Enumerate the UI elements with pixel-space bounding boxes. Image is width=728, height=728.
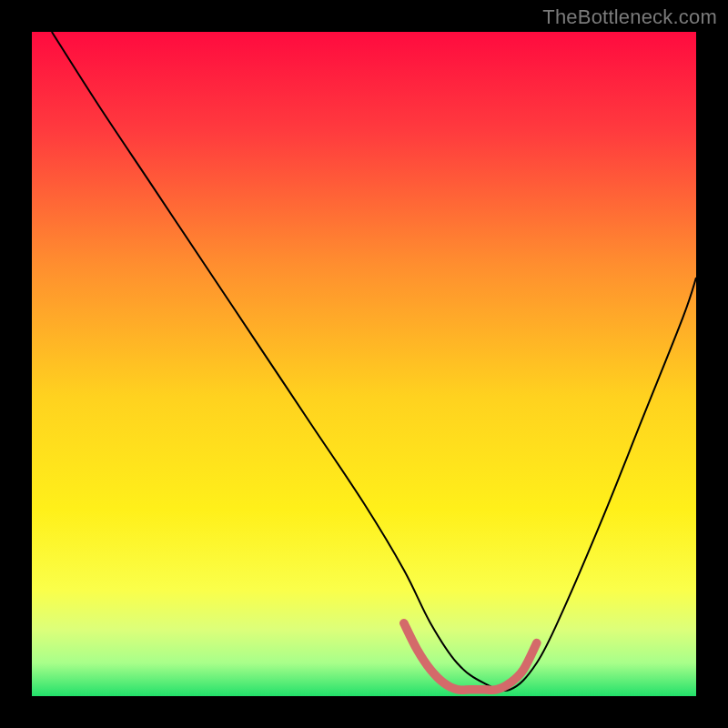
watermark-text: TheBottleneck.com (542, 5, 717, 29)
plot-area (32, 32, 696, 696)
curve-layer (32, 32, 696, 696)
bottleneck-curve (52, 32, 696, 691)
optimal-band (404, 623, 537, 691)
